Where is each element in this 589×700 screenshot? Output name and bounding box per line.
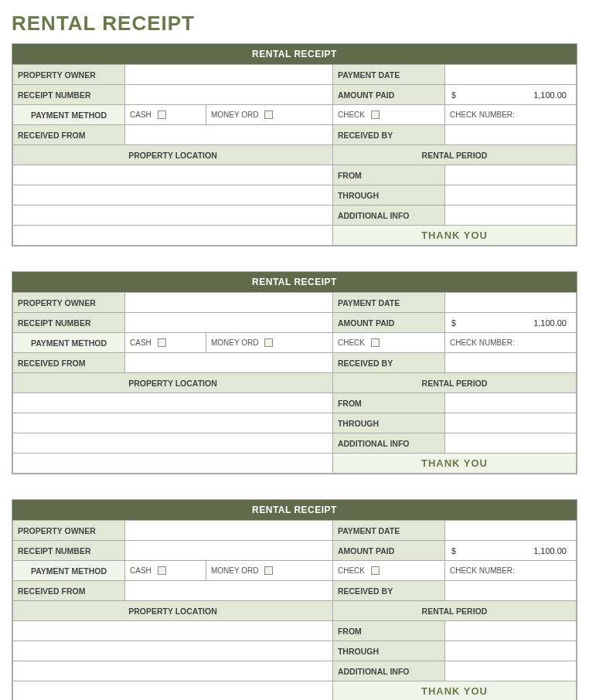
value-payment-date[interactable] <box>444 521 576 541</box>
label-receipt-number: RECEIPT NUMBER <box>13 85 125 105</box>
value-received-from[interactable] <box>125 125 333 145</box>
option-cash[interactable]: CASH <box>125 561 206 581</box>
rental-receipt: RENTAL RECEIPT PROPERTY OWNER PAYMENT DA… <box>12 271 577 474</box>
label-payment-method: PAYMENT METHOD <box>13 333 125 353</box>
subheader-property-location: PROPERTY LOCATION <box>13 373 333 393</box>
value-receipt-number[interactable] <box>125 313 333 333</box>
checkbox-icon[interactable] <box>158 566 166 575</box>
value-property-location-3[interactable] <box>13 661 333 681</box>
option-money-order[interactable]: MONEY ORD <box>206 105 332 125</box>
value-property-location-2[interactable] <box>13 413 333 433</box>
receipt-header: RENTAL RECEIPT <box>12 272 577 292</box>
value-property-location-1[interactable] <box>13 165 333 185</box>
label-additional-info: ADDITIONAL INFO <box>332 206 444 226</box>
value-payment-date[interactable] <box>444 65 576 85</box>
label-amount-paid: AMOUNT PAID <box>332 541 444 561</box>
value-received-by[interactable] <box>444 353 576 373</box>
value-property-location-1[interactable] <box>13 393 333 413</box>
checkbox-icon[interactable] <box>158 110 166 119</box>
thank-you: THANK YOU <box>332 681 576 701</box>
value-additional-info[interactable] <box>444 206 576 226</box>
checkbox-icon[interactable] <box>371 338 380 347</box>
currency-symbol: $ <box>451 546 456 556</box>
value-payment-date[interactable] <box>444 293 576 313</box>
amount-value: 1,100.00 <box>450 318 571 328</box>
option-money-order[interactable]: MONEY ORD <box>206 561 332 581</box>
option-check[interactable]: CHECK <box>332 333 444 353</box>
checkbox-icon[interactable] <box>264 338 273 347</box>
value-received-from[interactable] <box>125 581 333 601</box>
checkbox-icon[interactable] <box>371 110 380 119</box>
checkbox-icon[interactable] <box>158 338 166 347</box>
label-through: THROUGH <box>332 413 444 433</box>
value-received-by[interactable] <box>444 581 576 601</box>
value-property-location-4[interactable] <box>13 681 333 701</box>
value-through[interactable] <box>444 641 576 661</box>
amount-value: 1,100.00 <box>450 90 571 100</box>
label-from: FROM <box>332 393 444 413</box>
label-payment-date: PAYMENT DATE <box>332 521 444 541</box>
value-amount-paid[interactable]: $ 1,100.00 <box>444 85 576 105</box>
value-property-owner[interactable] <box>125 521 333 541</box>
thank-you: THANK YOU <box>332 226 576 246</box>
label-payment-date: PAYMENT DATE <box>332 65 444 85</box>
label-payment-method: PAYMENT METHOD <box>13 105 125 125</box>
value-property-location-4[interactable] <box>13 226 333 246</box>
value-additional-info[interactable] <box>444 661 576 681</box>
currency-symbol: $ <box>451 318 456 328</box>
checkbox-icon[interactable] <box>264 566 273 575</box>
value-amount-paid[interactable]: $ 1,100.00 <box>444 313 576 333</box>
checkbox-icon[interactable] <box>371 566 380 575</box>
option-check[interactable]: CHECK <box>332 105 444 125</box>
value-property-location-2[interactable] <box>13 641 333 661</box>
label-receipt-number: RECEIPT NUMBER <box>13 313 125 333</box>
label-amount-paid: AMOUNT PAID <box>332 85 444 105</box>
value-property-location-3[interactable] <box>13 206 333 226</box>
checkbox-icon[interactable] <box>264 110 273 119</box>
option-money-order[interactable]: MONEY ORD <box>206 333 332 353</box>
rental-receipt: RENTAL RECEIPT PROPERTY OWNER PAYMENT DA… <box>12 499 577 700</box>
label-payment-date: PAYMENT DATE <box>332 293 444 313</box>
label-check-number[interactable]: CHECK NUMBER: <box>444 561 576 581</box>
label-received-from: RECEIVED FROM <box>13 125 125 145</box>
label-received-from: RECEIVED FROM <box>13 353 125 373</box>
label-property-owner: PROPERTY OWNER <box>13 65 125 85</box>
label-property-owner: PROPERTY OWNER <box>13 293 125 313</box>
option-cash[interactable]: CASH <box>125 105 206 125</box>
value-property-owner[interactable] <box>125 293 333 313</box>
value-receipt-number[interactable] <box>125 541 333 561</box>
value-from[interactable] <box>444 621 576 641</box>
receipt-header: RENTAL RECEIPT <box>12 500 577 520</box>
value-property-location-2[interactable] <box>13 185 333 206</box>
subheader-property-location: PROPERTY LOCATION <box>13 145 333 165</box>
page-title: RENTAL RECEIPT <box>12 12 577 36</box>
value-through[interactable] <box>444 413 576 433</box>
value-received-from[interactable] <box>125 353 333 373</box>
value-from[interactable] <box>444 393 576 413</box>
thank-you: THANK YOU <box>332 454 576 474</box>
value-property-location-4[interactable] <box>13 454 333 474</box>
receipt-header: RENTAL RECEIPT <box>12 44 577 64</box>
label-received-by: RECEIVED BY <box>332 353 444 373</box>
label-additional-info: ADDITIONAL INFO <box>332 661 444 681</box>
label-check-number[interactable]: CHECK NUMBER: <box>444 105 576 125</box>
value-property-location-1[interactable] <box>13 621 333 641</box>
option-cash[interactable]: CASH <box>125 333 206 353</box>
value-property-owner[interactable] <box>125 65 333 85</box>
value-additional-info[interactable] <box>444 433 576 454</box>
label-through: THROUGH <box>332 641 444 661</box>
value-property-location-3[interactable] <box>13 433 333 454</box>
value-receipt-number[interactable] <box>125 85 333 105</box>
value-amount-paid[interactable]: $ 1,100.00 <box>444 541 576 561</box>
value-through[interactable] <box>444 185 576 206</box>
label-receipt-number: RECEIPT NUMBER <box>13 541 125 561</box>
value-from[interactable] <box>444 165 576 185</box>
label-from: FROM <box>332 621 444 641</box>
value-received-by[interactable] <box>444 125 576 145</box>
label-payment-method: PAYMENT METHOD <box>13 561 125 581</box>
label-check-number[interactable]: CHECK NUMBER: <box>444 333 576 353</box>
option-check[interactable]: CHECK <box>332 561 444 581</box>
label-from: FROM <box>332 165 444 185</box>
label-received-by: RECEIVED BY <box>332 125 444 145</box>
subheader-rental-period: RENTAL PERIOD <box>332 373 576 393</box>
